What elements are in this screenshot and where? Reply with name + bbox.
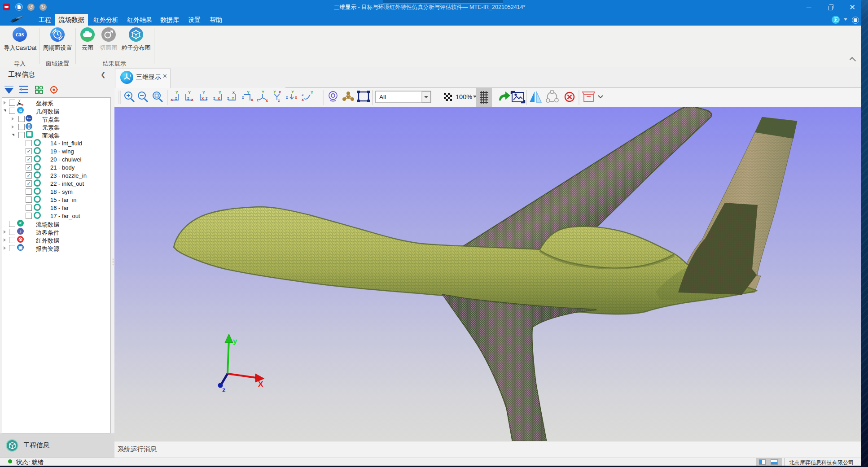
svg-text:x: x <box>295 95 297 100</box>
svg-text:Y: Y <box>188 90 191 95</box>
svg-text:z: z <box>227 96 229 100</box>
svg-text:x: x <box>22 103 23 106</box>
svg-text:Y: Y <box>273 90 276 94</box>
svg-text:X: X <box>258 380 263 388</box>
svg-text:x: x <box>202 96 204 100</box>
svg-text:Y: Y <box>175 90 178 95</box>
svg-text:z: z <box>206 96 208 100</box>
svg-text:x: x <box>191 97 193 102</box>
svg-text:Y: Y <box>18 99 21 102</box>
svg-text:z: z <box>175 96 177 100</box>
svg-text:x: x <box>279 90 281 94</box>
svg-text:x: x <box>218 96 220 100</box>
svg-text:z: z <box>17 103 18 106</box>
svg-text:x: x <box>302 97 304 102</box>
svg-text:x: x <box>251 97 253 102</box>
svg-text:z: z <box>222 386 226 393</box>
svg-text:x: x <box>232 90 235 95</box>
svg-text:z: z <box>187 96 189 100</box>
svg-text:z: z <box>257 98 259 102</box>
svg-text:z: z <box>302 92 304 97</box>
svg-text:x: x <box>171 97 173 102</box>
svg-text:Y: Y <box>311 90 313 95</box>
svg-text:y: y <box>233 337 237 345</box>
svg-text:All: All <box>379 94 386 100</box>
svg-text:Y: Y <box>247 90 250 95</box>
svg-text:Y: Y <box>262 90 264 94</box>
svg-text:Y: Y <box>202 90 205 95</box>
svg-text:z: z <box>286 95 288 100</box>
svg-text:z: z <box>278 98 280 103</box>
svg-text:Y: Y <box>291 90 294 94</box>
svg-text:Y: Y <box>232 96 234 100</box>
svg-text:Y: Y <box>219 90 221 95</box>
svg-text:z: z <box>242 95 244 100</box>
svg-text:z: z <box>213 96 215 100</box>
svg-text:100%: 100% <box>456 93 472 100</box>
svg-text:x: x <box>266 98 268 103</box>
